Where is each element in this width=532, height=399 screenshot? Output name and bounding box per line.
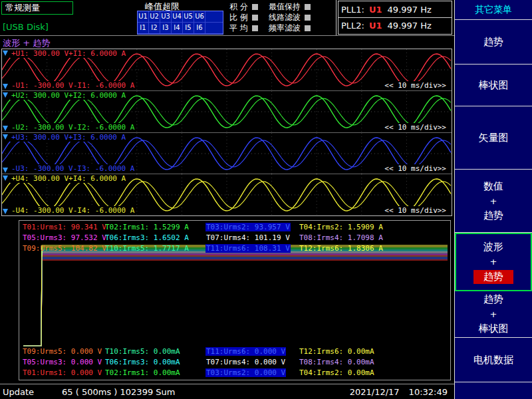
trend-readout-t10-start: T10:Irms5: 0.00mA <box>104 347 181 356</box>
ratio-indicator-icon <box>252 15 258 21</box>
ratio-status: 比 例 <box>229 12 258 23</box>
trend-readout-t05-start: T05:Urms3: 0.000 V <box>22 358 102 366</box>
wave-lower-scale-label: -U2: -300.00 V-I2: -6.0000 A <box>10 123 136 132</box>
menu-item-numeric-trend[interactable]: 数值+趋势 <box>455 170 532 233</box>
time-per-div-label: << 10 ms/div>> <box>383 81 448 90</box>
status-bar: Update 65 ( 500ms ) 102399 Sum 2021/12/1… <box>0 384 454 399</box>
average-indicator-icon <box>252 25 258 31</box>
menu-items: 趋势棒状图矢量图数值+趋势波形+趋势趋势+棒状图电机数据 <box>455 20 532 382</box>
pll2-source: U1 <box>369 21 382 31</box>
trend-readout-t04-start: T04:Irms2: 0.00mA <box>299 368 375 377</box>
plus-separator: + <box>490 257 497 267</box>
peak-grid-row: I1I2I3I4I5I6 <box>138 23 223 34</box>
pll2-row: PLL2: U1 49.997 Hz <box>338 17 452 33</box>
line-filter-status: 线路滤波 <box>269 12 311 23</box>
menu-item-label: 电机数据 <box>473 354 513 366</box>
menu-item-bar-chart[interactable]: 棒状图 <box>455 65 532 106</box>
trend-readout-t06-current: T06:Irms3: 1.6502 A <box>104 233 190 242</box>
trend-readout-t04-current: T04:Irms2: 1.5909 A <box>299 223 384 231</box>
peak-indicator-u4: U4 <box>172 11 183 23</box>
update-label: Update <box>3 387 34 397</box>
date-label: 2021/12/17 <box>350 387 400 397</box>
menu-item-trend[interactable]: 趋势 <box>455 20 532 65</box>
menu-title: 其它菜单 <box>455 0 532 20</box>
trend-panel: T01:Urms1: 90.341 VT02:Irms1: 1.5299 AT0… <box>19 220 451 380</box>
line-filter-label: 线路滤波 <box>269 12 301 23</box>
max-hold-indicator-icon <box>305 4 311 10</box>
menu-item-label: 波形 <box>483 241 503 253</box>
menu-item-trend-bar[interactable]: 趋势+棒状图 <box>455 291 532 338</box>
average-label: 平 均 <box>229 23 248 34</box>
peak-indicator-u3: U3 <box>160 11 172 23</box>
waveform-panel-ch3: +U3: 300.00 V+I3: 6.0000 A-U3: -300.00 V… <box>2 133 452 175</box>
trend-readout-t11-start: T11:Urms6: 0.000 V <box>205 347 286 356</box>
menu-item-waveform-trend[interactable]: 波形+趋势 <box>455 233 532 291</box>
trend-readout-t02-start: T02:Irms1: 0.00mA <box>104 368 181 377</box>
wave-lower-scale-label: -U3: -300.00 V-I3: -6.0000 A <box>10 164 136 173</box>
peak-indicator-i1: I1 <box>138 23 149 34</box>
trend-readout-t01-start: T01:Urms1: 0.000 V <box>22 368 102 377</box>
average-status: 平 均 <box>229 23 258 33</box>
wave-upper-scale-label: +U3: 300.00 V+I3: 6.0000 A <box>10 133 127 142</box>
menu-item-label: 趋势 <box>473 270 513 284</box>
peak-grid-filler <box>205 23 223 34</box>
pll1-row: PLL1: U1 49.997 Hz <box>338 1 452 17</box>
waveform-panel-ch4: +U4: 300.00 V+I4: 6.0000 A-U4: -300.00 V… <box>2 174 452 215</box>
wave-lower-scale-label: -U4: -300.00 V-I4: -6.0000 A <box>10 206 136 215</box>
max-hold-status: 最值保持 <box>269 1 311 12</box>
soft-key-menu: 其它菜单 趋势棒状图矢量图数值+趋势波形+趋势趋势+棒状图电机数据 <box>454 0 532 399</box>
trend-readout-t12-start: T12:Irms6: 0.00mA <box>299 347 375 356</box>
menu-item-vector-diagram[interactable]: 矢量图 <box>455 106 532 170</box>
max-hold-label: 最值保持 <box>269 1 301 13</box>
plus-separator: + <box>490 309 497 319</box>
time-label: 10:32:49 <box>409 387 448 397</box>
peak-indicator-u2: U2 <box>149 11 160 23</box>
measurement-mode-indicator: 常规测量 <box>1 1 73 15</box>
header-bar: 常规测量 [USB Disk] 峰值超限 U1U2U3U4U5U6I1I2I3I… <box>0 0 454 36</box>
trend-readout-t07-current: T07:Urms4: 101.19 V <box>205 233 291 242</box>
peak-grid-filler <box>205 11 223 23</box>
trend-readout-t07-start: T07:Urms4: 0.000 V <box>205 358 286 366</box>
pll-panel: PLL1: U1 49.997 Hz PLL2: U1 49.997 Hz <box>338 1 452 35</box>
integration-status: 积 分 <box>229 1 258 12</box>
trend-readout-t01-current: T01:Urms1: 90.341 V <box>22 223 107 231</box>
waveform-panel-ch2: +U2: 300.00 V+I2: 6.0000 A-U2: -300.00 V… <box>2 91 452 133</box>
peak-indicator-i6: I6 <box>194 23 205 34</box>
trend-readout-t05-current: T05:Urms3: 97.532 V <box>22 233 107 242</box>
time-per-div-label: << 10 ms/div>> <box>383 206 448 215</box>
trend-readout-t08-current: T08:Irms4: 1.7098 A <box>299 233 384 242</box>
datetime: 2021/12/17 10:32:49 <box>350 387 448 397</box>
menu-item-label: 趋势 <box>483 293 503 306</box>
peak-indicator-u5: U5 <box>183 11 194 23</box>
menu-item-label: 矢量图 <box>479 132 509 144</box>
header-divider <box>336 0 336 35</box>
ratio-label: 比 例 <box>229 12 248 23</box>
peak-indicator-u6: U6 <box>194 11 205 23</box>
peak-grid-row: U1U2U3U4U5U6 <box>138 11 223 23</box>
frequency-filter-indicator-icon <box>305 25 311 31</box>
waveform-box: +U1: 300.00 V+I1: 6.0000 A-U1: -300.00 V… <box>1 49 452 216</box>
trend-readout-t09-start: T09:Urms5: 0.000 V <box>22 347 102 356</box>
integration-indicator-icon <box>252 4 258 10</box>
time-per-div-label: << 10 ms/div>> <box>383 164 448 173</box>
peak-indicator-u1: U1 <box>138 11 149 23</box>
menu-item-label: 棒状图 <box>479 323 509 335</box>
trend-readout-t02-current: T02:Irms1: 1.5299 A <box>104 223 190 231</box>
menu-item-label: 棒状图 <box>479 79 509 92</box>
menu-item-label: 数值 <box>483 180 503 193</box>
trend-readout-t03-start: T03:Urms2: 0.000 V <box>205 368 286 377</box>
trend-readout-t06-start: T06:Irms3: 0.00mA <box>104 358 181 366</box>
trend-readout-t11-current: T11:Urms6: 108.31 V <box>205 244 291 253</box>
trend-readout-t08-start: T08:Irms4: 0.00mA <box>299 358 375 366</box>
peak-indicator-i2: I2 <box>149 23 160 34</box>
frequency-filter-label: 频率滤波 <box>269 23 301 34</box>
time-per-div-label: << 10 ms/div>> <box>383 123 448 132</box>
menu-item-label: 趋势 <box>483 36 503 49</box>
trend-readout-t03-current: T03:Urms2: 93.957 V <box>205 223 291 231</box>
pll1-frequency: 49.997 Hz <box>388 5 432 15</box>
peak-indicator-i3: I3 <box>160 23 172 34</box>
wave-upper-scale-label: +U1: 300.00 V+I1: 6.0000 A <box>10 49 127 58</box>
peak-grid: U1U2U3U4U5U6I1I2I3I4I5I6 <box>137 11 223 35</box>
menu-item-motor-data[interactable]: 电机数据 <box>455 338 532 382</box>
peak-indicator-i4: I4 <box>172 23 183 34</box>
